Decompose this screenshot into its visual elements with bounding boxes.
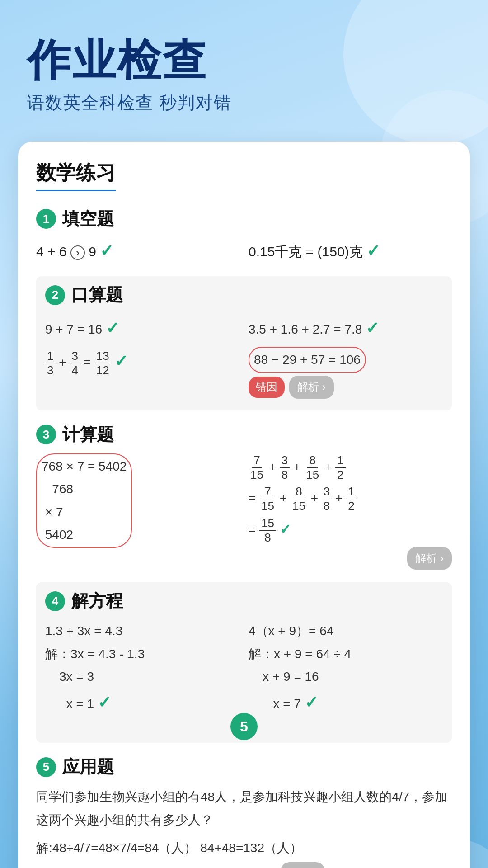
- check-1-2: ✓: [366, 241, 380, 260]
- section-title-1: 填空题: [62, 208, 114, 231]
- section-4: 4 解方程 1.3 + 3x = 4.3 解：3x = 4.3 - 1.3 3x…: [36, 582, 452, 743]
- section-num-1: 1: [36, 209, 56, 229]
- section-num-4: 4: [45, 591, 65, 611]
- section-title-5: 应用题: [62, 755, 114, 778]
- section-3-problems: 768 × 7 = 5402 768 × 7 5402 7 15: [36, 453, 452, 570]
- section-title-3: 计算题: [62, 423, 114, 446]
- check-1-1: ✓: [100, 241, 113, 260]
- problem-1-1: 4 + 6 › 9 ✓: [36, 238, 239, 264]
- wrong-calc-circle: 768 × 7 = 5402 768 × 7 5402: [36, 453, 132, 548]
- floating-badge-5: 5: [230, 713, 258, 740]
- jiexi-btn-2[interactable]: 解析 ›: [289, 376, 334, 398]
- section-5: 5 应用题 同学们参加生物兴趣小组的有48人，是参加科技兴趣小组人数的4/7，参…: [36, 755, 452, 868]
- wrong-answer-circle: 88 − 29 + 57 = 106: [249, 347, 366, 373]
- section-num-5: 5: [36, 757, 56, 777]
- cuoyuan-badge: 错因: [249, 377, 285, 397]
- problem-3-right: 7 15 + 3 8 + 8 15 + 1: [249, 453, 452, 570]
- section-1: 1 填空题 4 + 6 › 9 ✓ 0.15千克 = (150)克 ✓: [36, 208, 452, 264]
- section-2: 2 口算题 9 + 7 = 16 ✓ 1 3 + 3 4: [36, 276, 452, 410]
- problem-5-solution1: 解:48÷4/7=48×7/4=84（人） 84+48=132（人）: [36, 837, 452, 859]
- section-4-problems: 1.3 + 3x = 4.3 解：3x = 4.3 - 1.3 3x = 3 x…: [45, 620, 443, 717]
- section-num-2: 2: [45, 285, 65, 305]
- page-title: 作业检查: [27, 36, 461, 84]
- problem-3-left: 768 × 7 = 5402 768 × 7 5402: [36, 453, 239, 570]
- section-title-4: 解方程: [71, 590, 123, 613]
- jiexi-btn-5[interactable]: 解析 ›: [281, 862, 325, 868]
- problem-2-left: 9 + 7 = 16 ✓ 1 3 + 3 4 = 13 12: [45, 314, 239, 399]
- section-1-problems: 4 + 6 › 9 ✓ 0.15千克 = (150)克 ✓: [36, 238, 452, 264]
- problem-5-solution2: 答： 参加这两个兴趣小组的同学共有132人 解析 ›: [36, 862, 452, 868]
- circle-symbol: ›: [70, 245, 85, 260]
- problem-4-right: 4（x + 9）= 64 解：x + 9 = 64 ÷ 4 x + 9 = 16…: [249, 620, 443, 717]
- problem-1-2: 0.15千克 = (150)克 ✓: [249, 238, 452, 264]
- section-2-problems: 9 + 7 = 16 ✓ 1 3 + 3 4 = 13 12: [45, 314, 443, 399]
- jiexi-btn-3[interactable]: 解析 ›: [407, 547, 452, 570]
- problem-4-left: 1.3 + 3x = 4.3 解：3x = 4.3 - 1.3 3x = 3 x…: [45, 620, 239, 717]
- problem-2-right: 3.5 + 1.6 + 2.7 = 7.8 ✓ 88 − 29 + 57 = 1…: [249, 314, 443, 399]
- problem-5-text: 同学们参加生物兴趣小组的有48人，是参加科技兴趣小组人数的4/7，参加这两个兴趣…: [36, 786, 452, 831]
- header: 作业检查 语数英全科检查 秒判对错: [0, 0, 488, 132]
- card-title: 数学练习: [36, 160, 116, 191]
- page-subtitle: 语数英全科检查 秒判对错: [27, 91, 461, 114]
- main-card: 数学练习 1 填空题 4 + 6 › 9 ✓ 0.15千克 = (150)克 ✓…: [18, 142, 470, 868]
- section-3: 3 计算题 768 × 7 = 5402 768 × 7 5402: [36, 423, 452, 570]
- section-num-3: 3: [36, 425, 56, 444]
- section-title-2: 口算题: [71, 283, 123, 307]
